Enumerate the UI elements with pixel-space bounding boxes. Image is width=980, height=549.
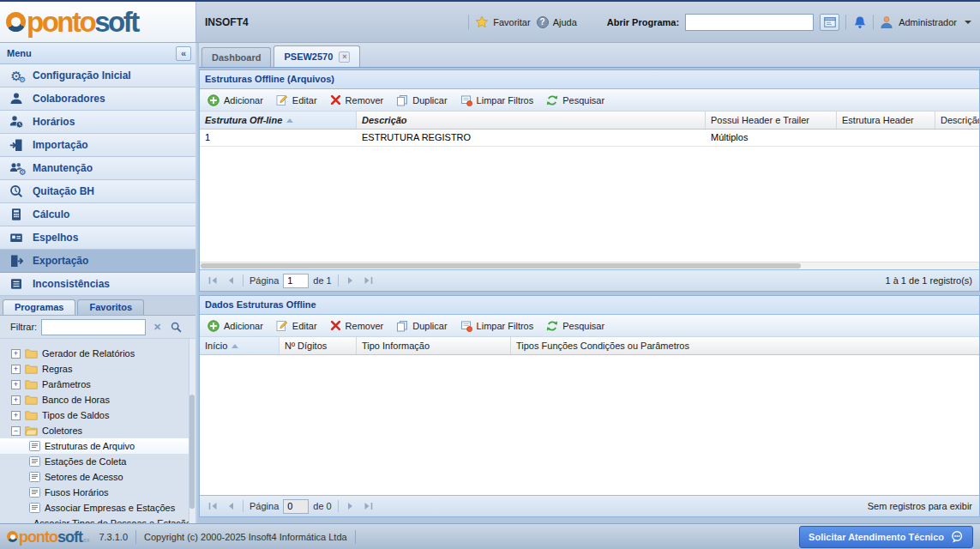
open-program-input[interactable]	[685, 14, 814, 31]
menu-item-colaboradores[interactable]: Colaboradores	[0, 87, 195, 111]
next-page-button[interactable]	[345, 499, 358, 513]
column-tipos-funcoes-condicoes-ou-parametros[interactable]: Tipos Funções Condições ou Parâmetros	[511, 337, 979, 354]
column-estrutura-off-line[interactable]: Estrutura Off-line	[200, 112, 357, 129]
tab-favoritos[interactable]: Favoritos	[77, 299, 144, 315]
search-refresh-icon	[546, 94, 558, 106]
prev-page-button[interactable]	[224, 499, 237, 513]
logo-subscript: ex	[83, 537, 89, 543]
menu-item-inconsistencias[interactable]: Inconsistências	[0, 273, 195, 296]
separator	[135, 530, 136, 544]
expand-icon[interactable]: +	[11, 380, 21, 389]
menu-collapse-button[interactable]: «	[176, 46, 191, 61]
column-descricao[interactable]: Descrição	[357, 112, 706, 129]
expand-icon[interactable]: +	[11, 395, 21, 405]
menu-item-calculo[interactable]: Cálculo	[0, 203, 195, 226]
tree-item-clipped[interactable]: +	[0, 339, 195, 346]
column-descricao-2[interactable]: Descrição	[935, 112, 979, 129]
help-icon: ?	[537, 16, 549, 28]
pager-dados: Página de 0 Sem registros para exibir	[200, 495, 979, 516]
menu-item-importacao[interactable]: Importação	[0, 134, 195, 157]
program-icon	[29, 441, 40, 451]
clear-filters-button[interactable]: Limpar Filtros	[455, 317, 542, 335]
column-possui-header-e-trailer[interactable]: Possui Header e Trailer	[706, 112, 837, 129]
support-button[interactable]: Solicitar Atendimento Técnico	[799, 526, 973, 548]
duplicate-button[interactable]: Duplicar	[391, 317, 454, 335]
window-icon	[824, 17, 836, 27]
help-button[interactable]: ? Ajuda	[537, 16, 577, 28]
clock-search-icon	[8, 184, 25, 198]
column-tipo-informacao[interactable]: Tipo Informação	[357, 337, 511, 354]
close-icon[interactable]: ×	[339, 51, 350, 63]
scrollbar-thumb[interactable]	[201, 263, 801, 268]
tree-item-associar-empresas-e-estacoes[interactable]: Associar Empresas e Estações	[0, 500, 195, 516]
expand-icon[interactable]: +	[11, 349, 21, 359]
tree-folder-tipos-de-saldos[interactable]: + Tipos de Saldos	[0, 407, 195, 423]
folder-icon	[25, 395, 38, 405]
panel-estruturas-offline: Estruturas Offline (Arquivos) Adicionar …	[199, 69, 980, 292]
menu-item-configuracao-inicial[interactable]: ⚙⚙ Configuração Inicial	[0, 64, 195, 87]
first-page-button[interactable]	[207, 274, 219, 287]
user-menu[interactable]: Administrador	[880, 15, 971, 29]
program-tree: + + Gerador de Relatórios + Regras + Par…	[0, 339, 195, 523]
tree-item-estruturas-de-arquivo[interactable]: Estruturas de Arquivo	[0, 438, 195, 454]
last-page-button[interactable]	[362, 499, 375, 513]
first-page-button[interactable]	[207, 499, 219, 513]
table-row[interactable]: 1 ESTRUTURA REGISTRO Múltiplos	[200, 130, 979, 147]
logo: pontosoft	[0, 2, 196, 42]
page-number-input[interactable]	[283, 499, 309, 514]
menu-item-espelhos[interactable]: Espelhos	[0, 226, 195, 250]
add-button[interactable]: Adicionar	[202, 92, 271, 109]
edit-button[interactable]: Editar	[271, 92, 325, 109]
tree-scrollbar[interactable]	[189, 339, 195, 523]
footer-logo: pontosoft ex	[7, 529, 91, 545]
next-page-button[interactable]	[345, 274, 358, 287]
menu-item-horarios[interactable]: Horários	[0, 111, 195, 134]
collapse-icon[interactable]: −	[11, 426, 21, 436]
tree-item-estacoes-de-coleta[interactable]: Estações de Coleta	[0, 454, 195, 469]
favorite-label: Favoritar	[493, 17, 530, 27]
column-inicio[interactable]: Início	[200, 337, 280, 354]
add-icon	[207, 320, 219, 332]
notifications-button[interactable]	[852, 15, 867, 30]
filter-search-button[interactable]	[169, 319, 183, 335]
tree-item-setores-de-acesso[interactable]: Setores de Acesso	[0, 469, 195, 485]
expand-icon[interactable]: +	[11, 365, 21, 374]
expand-icon[interactable]: +	[11, 411, 21, 420]
horizontal-scrollbar[interactable]	[200, 262, 979, 269]
search-button[interactable]: Pesquisar	[541, 92, 612, 109]
filter-clear-button[interactable]: ✕	[150, 319, 165, 335]
add-button[interactable]: Adicionar	[202, 317, 271, 335]
tab-programas[interactable]: Programas	[3, 299, 75, 315]
menu-item-manutencao[interactable]: ⚙ Manutenção	[0, 157, 195, 180]
search-button[interactable]: Pesquisar	[541, 317, 612, 335]
remove-button[interactable]: Remover	[325, 317, 392, 334]
scrollbar-thumb[interactable]	[189, 395, 195, 509]
duplicate-button[interactable]: Duplicar	[391, 92, 454, 109]
column-estrutura-header[interactable]: Estrutura Header	[837, 112, 935, 129]
menu-item-exportacao[interactable]: Exportação	[0, 250, 195, 273]
page-number-input[interactable]	[283, 274, 309, 288]
tree-item-fusos-horarios[interactable]: Fusos Horários	[0, 485, 195, 500]
tree-folder-regras[interactable]: + Regras	[0, 361, 195, 377]
tree-folder-banco-de-horas[interactable]: + Banco de Horas	[0, 392, 195, 407]
column-n-digitos[interactable]: Nº Dígitos	[280, 337, 357, 354]
open-program-browse-button[interactable]	[820, 14, 839, 31]
folder-icon	[25, 379, 38, 389]
tab-dashboard[interactable]: Dashboard	[201, 47, 271, 67]
search-refresh-icon	[546, 320, 558, 332]
remove-button[interactable]: Remover	[325, 92, 392, 108]
main-area: Dashboard PSEW2570 × Estruturas Offline …	[199, 43, 980, 523]
tree-folder-coletores[interactable]: − Coletores	[0, 423, 195, 438]
tree-item-associar-tipos-de-pessoas-e-estacoes[interactable]: Associar Tipos de Pessoas e Estações	[0, 516, 195, 523]
filter-input[interactable]	[41, 319, 146, 335]
clear-filters-button[interactable]: Limpar Filtros	[455, 92, 542, 109]
tab-psew2570[interactable]: PSEW2570 ×	[274, 45, 360, 67]
folder-icon	[25, 364, 38, 374]
last-page-button[interactable]	[362, 274, 375, 287]
favorite-button[interactable]: Favoritar	[475, 15, 530, 29]
tree-folder-parametros[interactable]: + Parâmetros	[0, 377, 195, 392]
edit-button[interactable]: Editar	[271, 317, 325, 335]
tree-folder-gerador-de-relatorios[interactable]: + Gerador de Relatórios	[0, 346, 195, 361]
prev-page-button[interactable]	[224, 274, 237, 287]
menu-item-quitacao-bh[interactable]: Quitação BH	[0, 180, 195, 203]
